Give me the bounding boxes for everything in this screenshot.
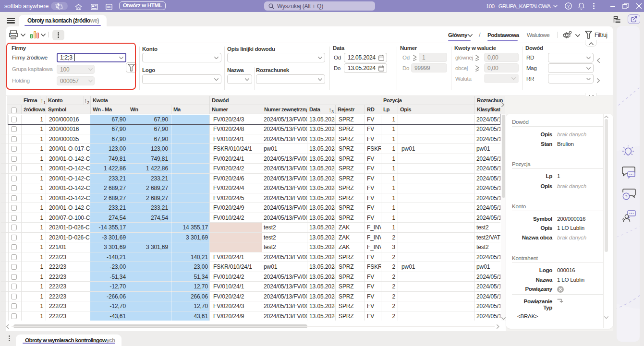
- svg-text:BC: BC: [107, 5, 111, 9]
- svg-text:?: ?: [625, 194, 627, 199]
- svg-text:?: ?: [567, 4, 570, 9]
